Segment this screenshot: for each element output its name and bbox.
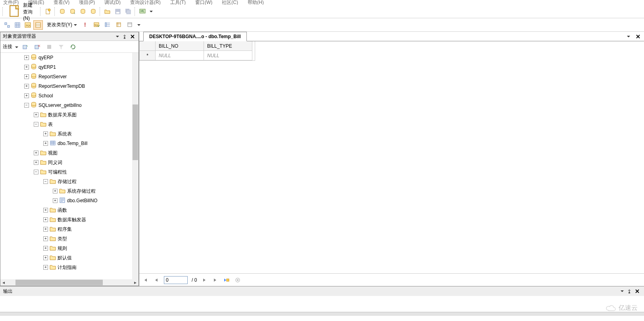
- scrollbar-thumb[interactable]: [15, 280, 103, 285]
- tree-node[interactable]: +计划指南: [0, 263, 138, 272]
- tree-expander[interactable]: +: [43, 265, 48, 270]
- grid-corner-cell[interactable]: [140, 41, 156, 51]
- menu-query-designer[interactable]: 查询设计器(R): [130, 0, 161, 5]
- tab-list-dropdown[interactable]: [624, 33, 631, 40]
- refresh-button[interactable]: [68, 42, 78, 52]
- tree-node[interactable]: +dbo.Temp_Bill: [0, 139, 138, 148]
- tree-expander[interactable]: +: [43, 227, 48, 232]
- tree-node[interactable]: +dbo.GetBillNO: [0, 196, 138, 205]
- object-explorer-tree[interactable]: +qyERP+qyERP1+ReportServer+ReportServerT…: [0, 53, 138, 279]
- save-button[interactable]: [113, 7, 123, 16]
- tree-expander[interactable]: +: [43, 217, 48, 222]
- menu-file[interactable]: 文件(F): [3, 0, 19, 5]
- tree-scrollbar-horizontal[interactable]: ◂ ▸: [0, 279, 138, 286]
- verify-sql-button[interactable]: SQL: [92, 20, 102, 30]
- tree-node[interactable]: +系统表: [0, 129, 138, 139]
- open-db-button[interactable]: [58, 7, 67, 16]
- grid-new-row[interactable]: * NULL NULL: [140, 51, 255, 60]
- toolbar2-overflow[interactable]: [136, 20, 140, 30]
- change-type-dropdown[interactable]: 更改类型(Y): [44, 20, 79, 30]
- toolbar-overflow[interactable]: [148, 7, 153, 16]
- cell-bill-no[interactable]: NULL: [156, 51, 204, 60]
- execute-button[interactable]: !: [81, 20, 90, 30]
- column-header-bill-no[interactable]: BILL_NO: [156, 41, 204, 51]
- new-project-button[interactable]: [43, 7, 53, 16]
- column-header-bill-type[interactable]: BILL_TYPE: [204, 41, 252, 51]
- grid-row-header[interactable]: *: [140, 51, 156, 60]
- db-button-3[interactable]: [78, 7, 88, 16]
- activity-monitor-button[interactable]: [138, 7, 147, 16]
- panel-pin-button[interactable]: [121, 33, 128, 40]
- menu-tools[interactable]: 工具(T): [170, 0, 186, 5]
- tree-expander[interactable]: +: [34, 112, 38, 117]
- output-close-button[interactable]: [634, 288, 641, 295]
- new-query-button[interactable]: 新建查询(N): [6, 6, 38, 17]
- tree-expander[interactable]: +: [24, 55, 29, 60]
- menu-project[interactable]: 项目(P): [79, 0, 95, 5]
- tree-node[interactable]: +系统存储过程: [0, 186, 138, 196]
- tree-expander[interactable]: −: [34, 170, 38, 174]
- menu-debug[interactable]: 调试(D): [104, 0, 121, 5]
- connect-obj-button[interactable]: [21, 42, 30, 52]
- tree-expander[interactable]: +: [43, 208, 48, 213]
- tree-node[interactable]: +规则: [0, 244, 138, 253]
- db-engine-button[interactable]: [68, 7, 77, 16]
- tree-node[interactable]: +qyERP1: [0, 62, 138, 72]
- tree-expander[interactable]: +: [24, 84, 29, 89]
- menu-community[interactable]: 社区(C): [222, 0, 238, 5]
- tree-node[interactable]: +类型: [0, 234, 138, 244]
- scroll-right-icon[interactable]: ▸: [132, 279, 138, 286]
- db-button-4[interactable]: [88, 7, 98, 16]
- tree-node[interactable]: +视图: [0, 148, 138, 158]
- tree-node[interactable]: +函数: [0, 205, 138, 215]
- add-derived-table-button[interactable]: [125, 20, 135, 30]
- tree-expander[interactable]: +: [43, 246, 48, 251]
- tree-expander[interactable]: −: [43, 179, 48, 184]
- tree-node[interactable]: −SQLserver_getbillno: [0, 101, 138, 110]
- menu-view[interactable]: 查看(V): [54, 0, 69, 5]
- tree-expander[interactable]: +: [34, 160, 38, 165]
- scroll-left-icon[interactable]: ◂: [0, 279, 7, 286]
- nav-next-button[interactable]: [201, 277, 208, 284]
- tree-expander[interactable]: +: [53, 198, 58, 203]
- output-dropdown-button[interactable]: [618, 288, 625, 295]
- show-diagram-button[interactable]: [2, 20, 12, 30]
- menu-window[interactable]: 窗口(W): [195, 0, 212, 5]
- tree-node[interactable]: −存储过程: [0, 177, 138, 186]
- nav-first-button[interactable]: [142, 277, 149, 284]
- group-by-button[interactable]: [103, 20, 113, 30]
- tree-node[interactable]: +数据库关系图: [0, 110, 138, 120]
- tree-expander[interactable]: +: [24, 74, 29, 79]
- tree-node[interactable]: +School: [0, 91, 138, 101]
- menu-help[interactable]: 帮助(H): [248, 0, 264, 5]
- tree-node[interactable]: −表: [0, 120, 138, 129]
- scrollbar-thumb[interactable]: [133, 104, 138, 160]
- show-results-button[interactable]: [33, 20, 43, 30]
- tree-expander[interactable]: −: [34, 122, 38, 127]
- nav-cancel-button[interactable]: [234, 277, 241, 284]
- tree-node[interactable]: −可编程性: [0, 167, 138, 177]
- save-all-button[interactable]: [123, 7, 133, 16]
- tab-close-button[interactable]: [634, 33, 642, 40]
- tree-node[interactable]: +ReportServerTempDB: [0, 81, 138, 91]
- output-pin-button[interactable]: [626, 288, 633, 295]
- tree-node[interactable]: +数据库触发器: [0, 215, 138, 224]
- tree-expander[interactable]: +: [34, 151, 38, 155]
- document-tab-active[interactable]: DESKTOP-9T6BGNA....o - dbo.Temp_Bill: [143, 32, 247, 41]
- stop-button[interactable]: [44, 42, 54, 52]
- cell-bill-type[interactable]: NULL: [204, 51, 252, 60]
- show-sql-button[interactable]: SQL: [23, 20, 33, 30]
- tree-expander[interactable]: +: [43, 131, 48, 136]
- tree-expander[interactable]: +: [43, 141, 48, 146]
- panel-dropdown-button[interactable]: [113, 33, 120, 40]
- open-file-button[interactable]: [103, 7, 112, 16]
- results-grid[interactable]: BILL_NO BILL_TYPE * NULL NULL: [139, 41, 255, 61]
- tree-expander[interactable]: +: [43, 255, 48, 260]
- disconnect-button[interactable]: [33, 42, 42, 52]
- tree-node[interactable]: +程序集: [0, 224, 138, 234]
- tree-expander[interactable]: −: [24, 103, 29, 108]
- tree-scrollbar-vertical[interactable]: [132, 53, 138, 279]
- nav-current-input[interactable]: [164, 276, 188, 284]
- nav-last-button[interactable]: [212, 277, 219, 284]
- tree-node[interactable]: +默认值: [0, 253, 138, 263]
